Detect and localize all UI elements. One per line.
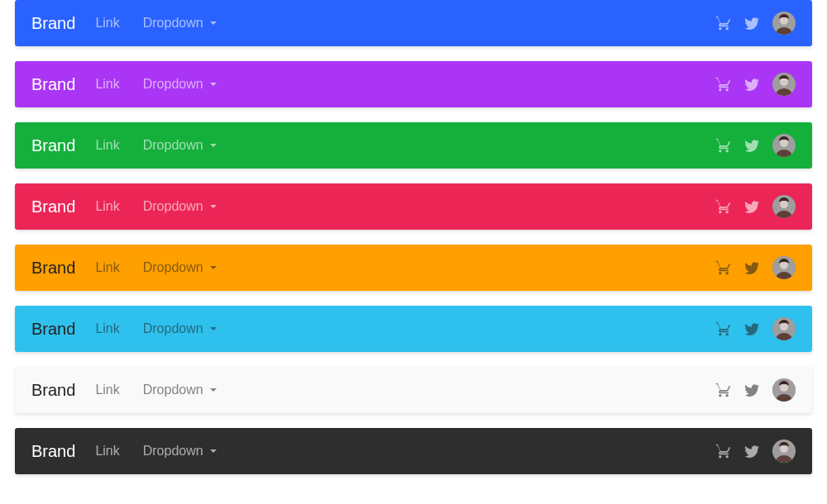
caret-down-icon [210,449,217,453]
nav-dropdown[interactable]: Dropdown [143,77,217,92]
caret-down-icon [210,83,217,86]
avatar[interactable] [772,378,796,402]
svg-point-11 [780,200,788,208]
nav-dropdown[interactable]: Dropdown [143,444,217,459]
brand-label[interactable]: Brand [31,136,75,155]
nav-link[interactable]: Link [95,260,119,275]
twitter-icon[interactable] [743,14,761,32]
nav-dropdown-label: Dropdown [143,321,203,336]
caret-down-icon [210,266,217,269]
caret-down-icon [210,205,217,208]
avatar[interactable] [772,256,796,279]
cart-icon[interactable] [715,197,733,216]
navbar-1: BrandLinkDropdown [15,61,812,107]
svg-point-20 [780,383,788,392]
twitter-icon[interactable] [743,320,761,338]
navbar-7: BrandLinkDropdown [15,428,812,474]
twitter-icon[interactable] [743,197,761,216]
nav-dropdown[interactable]: Dropdown [143,138,217,153]
cart-icon[interactable] [715,381,733,399]
twitter-icon[interactable] [743,259,761,277]
nav-dropdown[interactable]: Dropdown [143,260,217,275]
nav-dropdown[interactable]: Dropdown [143,199,217,214]
nav-link[interactable]: Link [95,383,119,397]
navbar-4: BrandLinkDropdown [15,245,812,291]
cart-icon[interactable] [715,14,733,32]
navbar-6: BrandLinkDropdown [15,367,812,413]
nav-link[interactable]: Link [95,444,119,459]
nav-link[interactable]: Link [95,16,119,31]
nav-dropdown-label: Dropdown [143,138,203,153]
brand-label[interactable]: Brand [31,442,75,461]
svg-point-14 [780,261,788,269]
cart-icon[interactable] [715,136,733,155]
twitter-icon[interactable] [743,442,761,460]
twitter-icon[interactable] [743,136,761,155]
twitter-icon[interactable] [743,381,761,399]
avatar[interactable] [772,440,796,463]
avatar[interactable] [772,73,796,96]
nav-dropdown[interactable]: Dropdown [143,16,217,31]
nav-link[interactable]: Link [95,199,119,214]
caret-down-icon [210,388,217,392]
svg-point-23 [780,445,788,453]
svg-point-17 [780,322,788,330]
twitter-icon[interactable] [743,75,761,93]
caret-down-icon [210,21,217,25]
brand-label[interactable]: Brand [31,75,75,94]
navbar-3: BrandLinkDropdown [15,183,812,230]
brand-label[interactable]: Brand [31,259,75,278]
nav-dropdown-label: Dropdown [143,77,203,92]
svg-point-5 [780,78,788,86]
nav-link[interactable]: Link [95,77,119,92]
nav-dropdown[interactable]: Dropdown [143,383,217,397]
cart-icon[interactable] [715,442,733,460]
brand-label[interactable]: Brand [31,14,75,33]
avatar[interactable] [772,195,796,218]
avatar[interactable] [772,134,796,157]
brand-label[interactable]: Brand [31,197,75,216]
cart-icon[interactable] [715,320,733,338]
brand-label[interactable]: Brand [31,381,75,400]
svg-point-8 [780,139,788,147]
nav-dropdown-label: Dropdown [143,383,203,397]
navbar-2: BrandLinkDropdown [15,122,812,169]
svg-point-2 [780,17,788,25]
nav-dropdown[interactable]: Dropdown [143,321,217,336]
cart-icon[interactable] [715,75,733,93]
cart-icon[interactable] [715,259,733,277]
nav-dropdown-label: Dropdown [143,260,203,275]
nav-dropdown-label: Dropdown [143,444,203,459]
nav-dropdown-label: Dropdown [143,16,203,31]
navbar-5: BrandLinkDropdown [15,306,812,352]
brand-label[interactable]: Brand [31,320,75,339]
caret-down-icon [210,327,217,330]
navbar-0: BrandLinkDropdown [15,0,812,46]
nav-link[interactable]: Link [95,138,119,153]
avatar[interactable] [772,12,796,35]
nav-dropdown-label: Dropdown [143,199,203,214]
caret-down-icon [210,144,217,147]
nav-link[interactable]: Link [95,321,119,336]
avatar[interactable] [772,317,796,340]
